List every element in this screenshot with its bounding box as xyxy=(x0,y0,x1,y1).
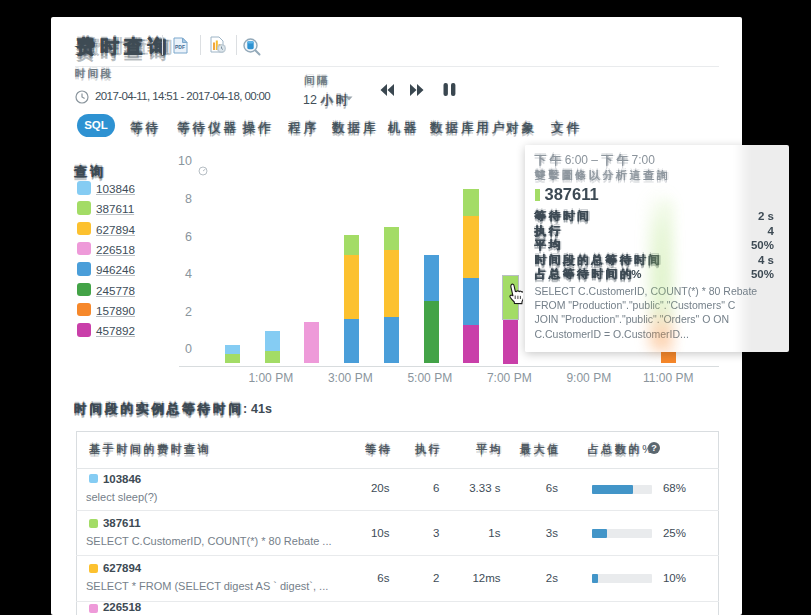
svg-text:?: ? xyxy=(651,443,657,453)
svg-text:PDF: PDF xyxy=(175,44,185,50)
